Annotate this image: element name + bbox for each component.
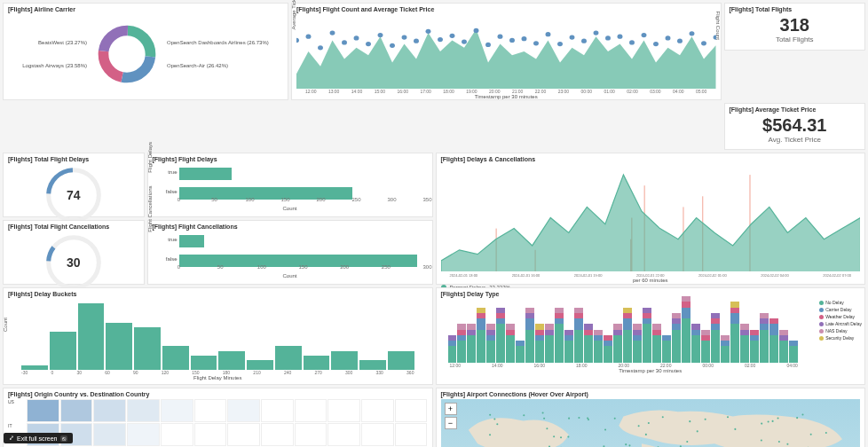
svg-point-4 <box>296 38 299 43</box>
panel-title: [Flights] Delay Buckets <box>8 291 428 297</box>
svg-point-61 <box>644 434 646 435</box>
svg-point-17 <box>450 34 455 38</box>
panel-title: [Flights] Flight Count and Average Ticke… <box>296 6 716 12</box>
svg-point-34 <box>653 42 659 46</box>
svg-point-11 <box>378 33 383 37</box>
svg-point-76 <box>637 425 639 427</box>
svg-point-10 <box>366 42 371 46</box>
panel-title: [Flights] Airport Connections (Hover Ove… <box>441 391 861 397</box>
panel-title: [Flights] Origin Country vs. Destination… <box>8 391 428 397</box>
svg-point-90 <box>560 436 562 438</box>
metric-value: $564.31 <box>762 115 826 136</box>
svg-point-89 <box>604 428 606 430</box>
svg-point-22 <box>509 38 515 43</box>
svg-point-94 <box>689 420 690 422</box>
donut-chart[interactable] <box>96 23 158 85</box>
donut-label-osd: OpenSearch Dashboards Airlines (26.73%) <box>167 40 269 45</box>
svg-point-15 <box>426 29 431 34</box>
panel-title: [Flights] Flight Delays <box>153 156 428 162</box>
panel-airline-carrier: [Flights] Airline Carrier BeatsWest (23.… <box>3 3 288 100</box>
shortcut-badge: ⎋ <box>60 435 67 442</box>
svg-point-58 <box>771 420 773 422</box>
panel-flight-count-price: [Flights] Flight Count and Average Ticke… <box>291 3 722 100</box>
svg-point-21 <box>498 35 503 39</box>
y-axis-label: Flight Delays <box>147 141 153 172</box>
svg-point-62 <box>777 441 779 443</box>
svg-point-19 <box>474 28 479 33</box>
svg-point-13 <box>402 35 407 39</box>
panel-avg-ticket-price: [Flights] Average Ticket Price $564.31 A… <box>724 103 866 150</box>
panel-delay-type: [Flights] Delay Type No DelayCarrier Del… <box>436 287 866 385</box>
svg-point-110 <box>726 416 728 418</box>
svg-point-109 <box>543 418 545 420</box>
panel-total-flights: [Flights] Total Flights 318 Total Flight… <box>724 3 866 51</box>
x-axis-label: per 60 minutes <box>441 278 861 283</box>
svg-point-20 <box>485 43 491 47</box>
svg-point-38 <box>701 41 706 45</box>
svg-point-87 <box>796 417 798 419</box>
svg-point-101 <box>704 419 706 420</box>
svg-point-79 <box>553 435 555 437</box>
panel-title: [Flights] Total Flights <box>730 6 861 12</box>
svg-point-66 <box>686 441 688 443</box>
svg-point-97 <box>568 418 570 420</box>
x-axis-label: Timestamp per 30 minutes <box>296 94 716 99</box>
svg-point-8 <box>342 40 347 44</box>
area-chart[interactable] <box>441 164 861 271</box>
svg-point-35 <box>666 35 671 40</box>
exit-fullscreen-button[interactable]: ⤢ Exit full screen ⎋ <box>4 433 73 443</box>
svg-point-9 <box>354 35 359 40</box>
panel-flight-cancellations: [Flights] Flight Cancellations truefalse… <box>147 220 433 285</box>
svg-point-96 <box>625 443 627 445</box>
svg-point-106 <box>523 414 525 416</box>
world-map[interactable]: + − <box>441 399 861 447</box>
x-axis-label: Timestamp per 30 minutes <box>441 368 861 373</box>
zoom-out-button[interactable]: − <box>445 417 457 429</box>
svg-point-77 <box>489 434 491 435</box>
donut-label-logstash: Logstash Airways (23.58%) <box>22 63 87 68</box>
panel-title: [Flights] Total Flight Delays <box>8 156 139 162</box>
y-axis-right-label: Flight Count <box>716 11 722 39</box>
svg-point-67 <box>809 434 811 435</box>
svg-point-23 <box>522 36 527 41</box>
svg-point-29 <box>594 30 599 35</box>
svg-point-83 <box>613 418 615 420</box>
svg-point-16 <box>438 37 443 42</box>
hbar-chart-delays[interactable]: truefalse 050100150200250300350 Count <box>153 164 428 211</box>
hbar-chart-canc[interactable]: truefalse 050100150200250300 Count <box>153 231 428 278</box>
metric-value: 318 <box>780 15 809 35</box>
zoom-in-button[interactable]: + <box>445 403 457 415</box>
svg-point-68 <box>696 430 698 432</box>
gauge-value: 30 <box>67 255 81 270</box>
gauge-cancellations[interactable]: 30 <box>43 231 105 294</box>
svg-point-24 <box>533 41 539 45</box>
svg-point-33 <box>642 33 647 37</box>
svg-point-60 <box>825 432 826 434</box>
panel-title: [Flights] Delays & Cancellations <box>441 156 861 162</box>
svg-point-72 <box>777 418 778 420</box>
combo-chart[interactable] <box>296 14 716 89</box>
bar-chart-buckets[interactable] <box>8 299 428 370</box>
svg-point-39 <box>714 35 716 39</box>
stacked-bar-chart[interactable] <box>441 299 861 363</box>
svg-point-75 <box>647 422 649 424</box>
gauge-delays[interactable]: 74 <box>43 164 105 226</box>
y-axis-label: Flight Cancellations <box>147 185 153 231</box>
svg-point-99 <box>786 443 788 445</box>
svg-point-65 <box>767 420 769 422</box>
svg-point-26 <box>557 42 563 46</box>
svg-point-71 <box>628 444 630 446</box>
svg-point-7 <box>330 30 335 35</box>
svg-point-5 <box>306 35 312 39</box>
svg-point-53 <box>541 412 543 414</box>
x-axis-label: Count <box>153 273 428 278</box>
svg-point-6 <box>318 45 323 50</box>
svg-point-81 <box>734 428 736 430</box>
svg-point-31 <box>618 35 623 39</box>
svg-point-36 <box>677 39 683 43</box>
svg-point-54 <box>578 417 580 419</box>
svg-point-14 <box>414 39 419 43</box>
svg-point-37 <box>690 31 695 35</box>
panel-total-cancellations: [Flights] Total Flight Cancellations 30 … <box>3 220 145 285</box>
svg-point-25 <box>546 32 551 36</box>
